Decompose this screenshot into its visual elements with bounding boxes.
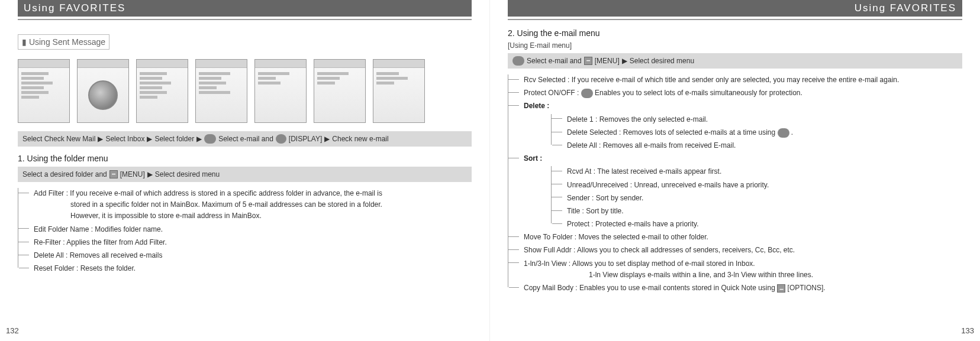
tree-item: Sort : Rcvd At : The latest received e-m… <box>517 153 962 230</box>
tree-label: Enables you to select lots of e-mails si… <box>595 89 802 97</box>
instruction-strip-2: Select a desired folder and [MENU] ▶ Sel… <box>18 167 472 182</box>
subsection-heading: 2. Using the e-mail menu <box>508 28 962 38</box>
step-text: [MENU] <box>120 170 145 178</box>
tree-subitem: Delete 1 : Removes the only selected e-m… <box>560 114 962 125</box>
tree-subitem: Rcvd At : The latest received e-mails ap… <box>560 166 962 177</box>
tree-label: Show Full Addr : Allows you to check all… <box>524 246 795 254</box>
tree-label-cont: 1-ln View displays e-mails within a line… <box>524 269 962 281</box>
nav-pad-icon <box>581 89 593 98</box>
section-heading: ▮ Using Sent Message <box>18 34 109 50</box>
page-title-right: Using FAVORITES <box>508 0 962 17</box>
document-spread: Using FAVORITES ▮ Using Sent Message <box>0 0 980 341</box>
tree-label: Sender : Sort by sender. <box>567 194 643 202</box>
tree-label: Unread/Unreceived : Unread, unreceived e… <box>567 181 769 189</box>
menu-button-icon <box>584 57 592 65</box>
tree-label-cont: stored in a specific folder not in MainB… <box>34 199 472 210</box>
step-text: Select desired menu <box>630 57 694 65</box>
tree-subitem: Title : Sort by title. <box>560 206 962 217</box>
tree-label: 1-ln/3-ln View : Allows you to set displ… <box>524 259 755 268</box>
arrow-icon: ▶ <box>324 135 330 143</box>
tree-subitem: Sender : Sort by sender. <box>560 193 962 204</box>
step-text: Select e-mail and <box>527 57 582 65</box>
tree-label: Copy Mail Body : Enables you to use e-ma… <box>524 284 777 292</box>
bracket-note: [Using E-mail menu] <box>508 41 962 50</box>
page-title-left: Using FAVORITES <box>18 0 472 17</box>
tree-item: Reset Folder : Resets the folder. <box>27 263 472 274</box>
tree-label: Delete All : Removes all received e-mail… <box>34 251 162 259</box>
nav-pad-icon <box>204 134 216 144</box>
tree-label: . <box>791 128 793 137</box>
menu-tree-right: Rcv Selected : If you receive e-mail of … <box>508 74 962 294</box>
title-text: Using FAVORITES <box>855 2 956 14</box>
phone-screenshot <box>314 59 366 123</box>
tree-subitem: Delete Selected : Removes lots of select… <box>560 127 962 138</box>
tree-subitem: Unread/Unreceived : Unread, unreceived e… <box>560 180 962 191</box>
tree-item: 1-ln/3-ln View : Allows you to set displ… <box>517 258 962 281</box>
nav-pad-icon <box>512 56 524 66</box>
tree-label: Move To Folder : Moves the selected e-ma… <box>524 233 708 241</box>
title-text: Using FAVORITES <box>24 2 125 14</box>
page-left: Using FAVORITES ▮ Using Sent Message <box>0 0 490 341</box>
divider <box>508 19 962 20</box>
page-number-right: 133 <box>961 326 974 335</box>
phone-screenshot <box>18 59 70 123</box>
tree-item: Rcv Selected : If you receive e-mail of … <box>517 74 962 86</box>
tree-label: Title : Sort by title. <box>567 207 624 215</box>
tree-label: Delete 1 : Removes the only selected e-m… <box>567 115 708 124</box>
menu-button-icon <box>777 284 785 293</box>
tree-label: Reset Folder : Resets the folder. <box>34 264 136 272</box>
step-text: Select folder <box>154 135 194 143</box>
step-text: Select a desired folder and <box>22 170 107 178</box>
tree-subitem: Protect : Protected e-mails have a prior… <box>560 219 962 230</box>
step-text: Select Check New Mail <box>22 135 95 143</box>
display-button-icon <box>276 134 286 144</box>
arrow-icon: ▶ <box>622 57 627 65</box>
phone-screenshot <box>373 59 425 123</box>
divider <box>18 19 472 20</box>
tree-item: Show Full Addr : Allows you to check all… <box>517 245 962 256</box>
tree-item: Edit Folder Name : Modifies folder name. <box>27 224 472 235</box>
tree-item: Delete All : Removes all received e-mail… <box>27 250 472 261</box>
tree-item: Add Filter : If you receive e-mail of wh… <box>27 188 472 222</box>
tree-item: Delete : Delete 1 : Removes the only sel… <box>517 100 962 151</box>
nav-pad-icon <box>778 128 789 138</box>
tree-item: Move To Folder : Moves the selected e-ma… <box>517 232 962 243</box>
tree-label: Re-Filter : Applies the filter from Add … <box>34 238 167 246</box>
tree-item: Re-Filter : Applies the filter from Add … <box>27 237 472 248</box>
tree-label: Protect ON/OFF : <box>524 89 581 97</box>
tree-label: [OPTIONS]. <box>788 284 826 292</box>
step-text: Select desired menu <box>155 170 220 178</box>
menu-button-icon <box>109 170 118 178</box>
tree-subitem: Delete All : Removes all e-mails from re… <box>560 140 962 151</box>
tree-label: Delete : <box>524 102 549 110</box>
tree-label: Edit Folder Name : Modifies folder name. <box>34 225 163 233</box>
arrow-icon: ▶ <box>147 170 153 178</box>
instruction-strip-right: Select e-mail and [MENU] ▶ Select desire… <box>508 53 962 69</box>
arrow-icon: ▶ <box>147 135 152 143</box>
tree-label: Rcv Selected : If you receive e-mail of … <box>524 76 899 84</box>
subsection-heading: 1. Using the folder menu <box>18 154 472 163</box>
tree-label-cont: However, it is impossible to store e-mai… <box>34 210 472 222</box>
tree-label: Rcvd At : The latest received e-mails ap… <box>567 167 721 176</box>
step-text: Select Inbox <box>105 135 144 143</box>
phone-screenshot <box>195 59 247 123</box>
arrow-icon: ▶ <box>196 135 202 143</box>
tree-label: Add Filter : If you receive e-mail of wh… <box>34 189 382 197</box>
phone-screenshot <box>77 59 129 123</box>
instruction-strip-1: Select Check New Mail ▶ Select Inbox ▶ S… <box>18 131 472 147</box>
tree-label: Delete Selected : Removes lots of select… <box>567 128 778 137</box>
page-number-left: 132 <box>6 326 19 335</box>
step-text: Select e-mail and <box>218 135 273 143</box>
tree-label: Sort : <box>524 154 542 163</box>
phone-screenshot <box>136 59 188 123</box>
page-right: Using FAVORITES 2. Using the e-mail menu… <box>490 0 980 341</box>
tree-item: Protect ON/OFF : Enables you to select l… <box>517 87 962 99</box>
menu-tree-left: Add Filter : If you receive e-mail of wh… <box>18 188 472 274</box>
step-text: [MENU] <box>595 57 620 65</box>
tree-label: Delete All : Removes all e-mails from re… <box>567 141 736 150</box>
tree-item: Copy Mail Body : Enables you to use e-ma… <box>517 282 962 294</box>
step-text: Check new e-mail <box>332 135 388 143</box>
phone-screenshot <box>254 59 307 123</box>
screenshot-row <box>18 59 472 123</box>
tree-label: Protect : Protected e-mails have a prior… <box>567 220 699 228</box>
